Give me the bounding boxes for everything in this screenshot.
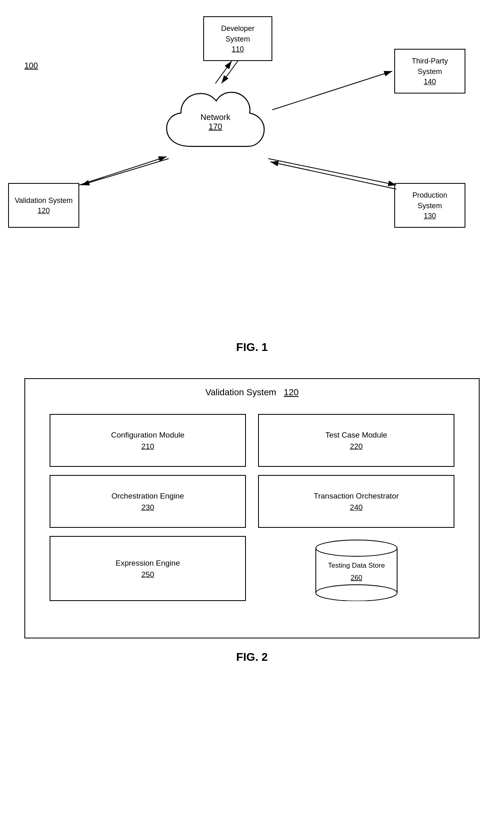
fig2-diagram: Validation System 120 Configuration Modu… [0,366,504,688]
network-number: 170 [209,122,222,131]
developer-system-label: Developer System [208,24,267,44]
fig2-caption: FIG. 2 [24,651,480,664]
svg-text:Testing Data Store: Testing Data Store [328,562,385,569]
production-system-box: Production System 130 [394,183,465,228]
transaction-orchestrator-number: 240 [350,503,363,512]
page: 100 Developer System 110 Network 170 Thi… [0,0,504,688]
expression-engine-label: Expression Engine [115,558,180,569]
svg-line-4 [272,71,392,110]
fig2-title-number: 120 [284,387,299,397]
fig1-caption: FIG. 1 [0,341,504,354]
production-label: Production System [399,190,461,211]
svg-line-7 [268,159,396,185]
transaction-orchestrator-label: Transaction Orchestrator [314,491,399,502]
svg-line-6 [79,157,167,185]
orchestration-engine-number: 230 [141,503,154,512]
third-party-label: Third-Party System [399,56,461,76]
testing-data-store-box: Testing Data Store 260 [258,536,454,601]
fig1-label-100: 100 [24,61,38,70]
fig2-outer-container: Validation System 120 Configuration Modu… [24,378,480,638]
third-party-number: 140 [424,78,436,86]
test-case-module-number: 220 [350,442,363,451]
svg-point-10 [316,585,397,601]
production-number: 130 [424,212,436,220]
developer-system-number: 110 [232,45,244,54]
svg-line-5 [81,159,169,185]
third-party-system-box: Third-Party System 140 [394,49,465,94]
developer-system-box: Developer System 110 [203,16,272,61]
svg-text:260: 260 [350,574,362,582]
network-cloud: Network 170 [159,81,272,163]
fig2-modules-grid: Configuration Module 210 Test Case Modul… [33,410,471,605]
fig2-title: Validation System 120 [33,387,471,398]
svg-point-11 [316,540,397,556]
fig2-title-text: Validation System [205,387,276,397]
transaction-orchestrator-box: Transaction Orchestrator 240 [258,475,454,528]
configuration-module-number: 210 [141,442,154,451]
expression-engine-box: Expression Engine 250 [50,536,246,601]
test-case-module-label: Test Case Module [325,430,387,441]
test-case-module-box: Test Case Module 220 [258,414,454,467]
validation-system-box: Validation System 120 [8,183,79,228]
validation-label: Validation System [15,196,73,206]
svg-line-3 [215,61,232,83]
configuration-module-label: Configuration Module [111,430,185,441]
orchestration-engine-label: Orchestration Engine [111,491,184,502]
cylinder-shape: Testing Data Store 260 [312,536,401,601]
svg-line-2 [222,61,238,83]
orchestration-engine-box: Orchestration Engine 230 [50,475,246,528]
network-label: Network [200,113,230,122]
expression-engine-number: 250 [141,570,154,579]
svg-line-8 [270,162,396,189]
validation-number: 120 [37,207,50,215]
configuration-module-box: Configuration Module 210 [50,414,246,467]
fig1-diagram: 100 Developer System 110 Network 170 Thi… [0,0,504,366]
